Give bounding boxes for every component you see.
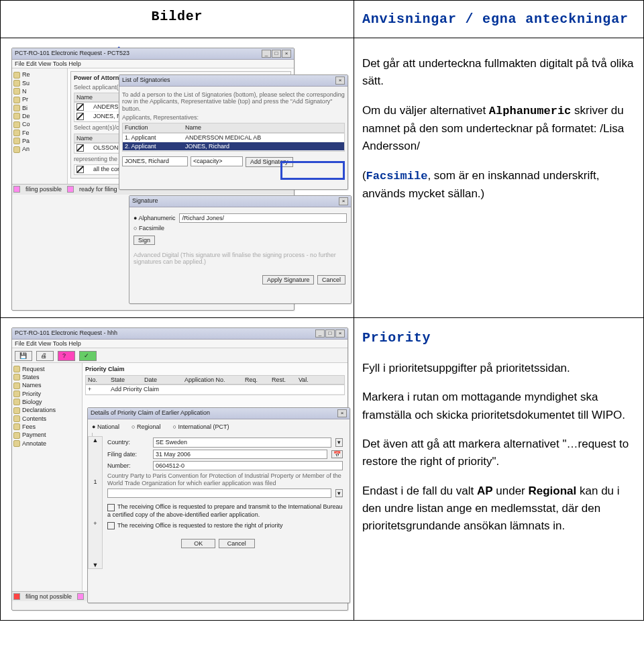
radio-alphanumeric[interactable]: Alphanumeric (133, 215, 175, 221)
sidebar-item[interactable]: Pr (13, 95, 66, 103)
radio-facsimile[interactable]: Facsimile (133, 225, 164, 231)
close-icon[interactable]: × (337, 409, 347, 417)
toolbar-button[interactable]: ✓ (79, 351, 97, 360)
capacity-combo[interactable]: <capacity> (191, 156, 243, 166)
sidebar: Re Su N Pr Bi De Co Fe Pa An (12, 68, 68, 184)
instructions: To add a person to the List of Signatori… (122, 91, 345, 112)
signatories-dialog: List of Signatories × To add a person to… (119, 74, 348, 190)
sidebar-icon (13, 374, 20, 380)
close-icon[interactable]: × (335, 329, 345, 338)
max-icon[interactable]: □ (325, 329, 335, 338)
toolbar-button[interactable]: 🖨 (36, 351, 54, 360)
checkbox-icon[interactable] (76, 113, 84, 120)
sidebar-item[interactable]: Bi (13, 104, 66, 112)
filing-date-input[interactable]: 31 May 2006 (153, 450, 327, 459)
sidebar-item[interactable]: Pa (13, 137, 66, 145)
spin-down-icon[interactable]: ▼ (93, 562, 99, 568)
sidebar-icon (13, 415, 20, 422)
sidebar-item[interactable]: Contents (13, 415, 80, 423)
sign-button[interactable]: Sign (133, 236, 155, 245)
dropdown-icon[interactable]: ▾ (335, 489, 343, 497)
apply-signature-button[interactable]: Apply Signature (262, 275, 315, 285)
sidebar-item[interactable]: Priority (13, 390, 80, 398)
radio-national[interactable]: National (92, 423, 119, 430)
list-item-selected[interactable]: 2. ApplicantJONES, Richard (123, 142, 344, 151)
sidebar-icon (13, 72, 20, 79)
member-state-combo[interactable] (107, 488, 331, 498)
checkbox-icon[interactable] (76, 103, 84, 111)
sidebar-item[interactable]: De (13, 112, 66, 120)
dropdown-icon[interactable]: ▾ (335, 438, 343, 446)
window-controls[interactable]: × (337, 409, 347, 417)
sidebar-item[interactable]: Payment (13, 431, 80, 439)
radio-regional[interactable]: Regional (131, 423, 160, 430)
list-item[interactable]: 1. ApplicantANDERSSON MEDICAL AB (123, 134, 344, 142)
spinner-nav[interactable]: ▲ 1 + ▼ (88, 436, 103, 569)
min-icon[interactable]: _ (315, 329, 325, 338)
number-input[interactable]: 0604512-0 (153, 461, 343, 470)
paragraph: (Facsimile, som är en inskannad underskr… (362, 167, 635, 203)
sidebar-icon (13, 440, 20, 447)
sidebar-item[interactable]: Biology (13, 398, 80, 406)
sidebar-item[interactable]: Fees (13, 423, 80, 431)
signature-input[interactable]: /Richard Jones/ (179, 213, 347, 223)
sidebar-item[interactable]: States (13, 373, 80, 381)
sidebar-item[interactable]: Fe (13, 129, 66, 137)
checkbox-row[interactable]: The receiving Office is requested to pre… (107, 503, 343, 517)
window-controls[interactable]: × (335, 76, 345, 85)
pct-app-window-2: PCT-RO-101 Electronic Request - hhh _□× … (11, 327, 348, 611)
menu-bar[interactable]: File Edit View Tools Help (12, 340, 347, 348)
status-icon (13, 186, 20, 193)
close-icon[interactable]: × (339, 197, 348, 205)
checkbox-icon[interactable] (107, 504, 115, 511)
menu-bar[interactable]: File Edit View Tools Help (12, 60, 294, 68)
sidebar-item[interactable]: Request (13, 365, 80, 373)
checkbox-icon[interactable] (76, 144, 84, 152)
instructions-2: Priority Fyll i prioritetsuppgifter på p… (354, 318, 643, 620)
sidebar-icon (13, 366, 20, 372)
sidebar-icon (13, 113, 20, 119)
radio-international[interactable]: International (PCT) (172, 423, 229, 430)
window-controls[interactable]: × (339, 197, 348, 205)
min-icon[interactable]: _ (262, 50, 271, 58)
sidebar-item[interactable]: Names (13, 381, 80, 389)
sidebar-icon (13, 382, 20, 389)
spin-plus-icon[interactable]: + (93, 520, 97, 527)
max-icon[interactable]: □ (272, 50, 281, 58)
close-icon[interactable]: × (282, 50, 291, 58)
priority-table-header: No. State Date Application No. Req. Rest… (85, 375, 345, 384)
window-controls[interactable]: _□× (262, 50, 291, 58)
sidebar-item[interactable]: Declarations (13, 406, 80, 414)
checkbox-icon[interactable] (107, 522, 115, 529)
label: Applicants, Representatives: (122, 114, 345, 121)
dialog-title: Details of Priority Claim of Earlier App… (91, 409, 210, 417)
sidebar-item[interactable]: Co (13, 120, 66, 128)
country-combo[interactable]: SE Sweden (153, 438, 331, 447)
sidebar-icon (13, 97, 20, 103)
ok-button[interactable]: OK (181, 539, 215, 548)
sidebar-icon (13, 432, 20, 439)
calendar-icon[interactable]: 📅 (331, 450, 343, 458)
signature-dialog: Signature × Alphanumeric /Richard Jones/… (129, 195, 352, 304)
toolbar-button[interactable]: 💾 (15, 351, 32, 360)
sidebar-icon (13, 138, 20, 144)
sidebar-item[interactable]: Su (13, 79, 66, 87)
sidebar-icon (13, 121, 20, 128)
checkbox-row[interactable]: The receiving Office is requested to res… (107, 522, 343, 529)
window-controls[interactable]: _□× (315, 329, 345, 338)
checkbox-icon[interactable] (76, 166, 84, 173)
sidebar-item[interactable]: N (13, 87, 66, 95)
sidebar-item[interactable]: An (13, 145, 66, 153)
signatory-name-combo[interactable]: JONES, Richard (122, 156, 188, 166)
toolbar-button[interactable]: ? (58, 351, 75, 360)
sidebar-item[interactable]: Re (13, 70, 66, 79)
sidebar-icon (13, 105, 20, 111)
sidebar-item[interactable]: Annotate (13, 440, 80, 448)
cancel-button[interactable]: Cancel (219, 539, 255, 548)
add-priority-row[interactable]: +Add Priority Claim (86, 385, 344, 394)
cancel-button[interactable]: Cancel (317, 275, 345, 285)
spin-up-icon[interactable]: ▲ (93, 437, 99, 444)
sidebar-icon (13, 80, 20, 87)
status-icon (13, 593, 20, 600)
close-icon[interactable]: × (335, 76, 345, 85)
